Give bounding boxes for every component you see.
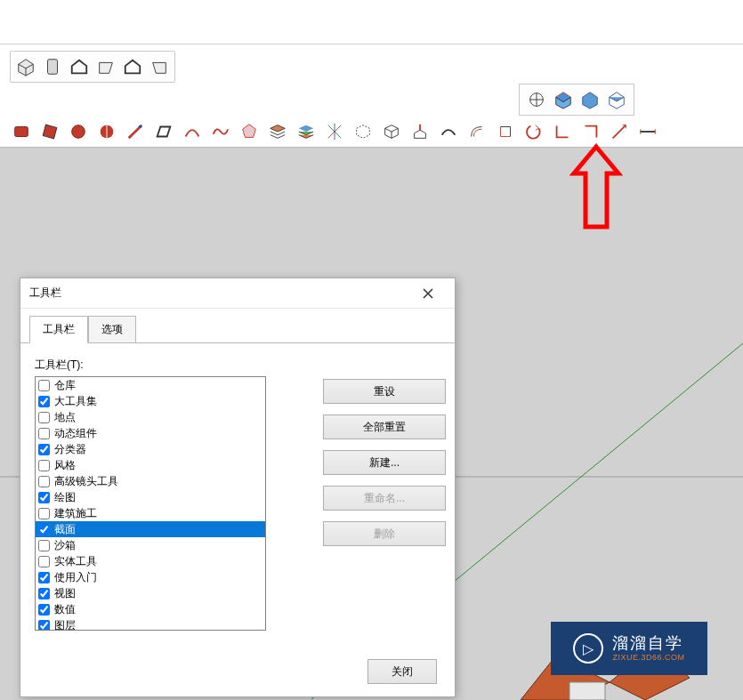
list-item[interactable]: 视图: [36, 585, 265, 601]
list-item-label: 截面: [54, 522, 76, 537]
offset-tool-icon[interactable]: [463, 117, 491, 146]
list-item[interactable]: 绘图: [36, 489, 265, 505]
section-plane-icon[interactable]: [523, 86, 550, 113]
list-item-checkbox[interactable]: [38, 492, 50, 503]
box-tool-icon[interactable]: [377, 117, 406, 146]
list-item-checkbox[interactable]: [38, 460, 50, 471]
polygon-tool-icon[interactable]: [235, 117, 263, 146]
tool-1-icon[interactable]: [7, 117, 36, 146]
list-item[interactable]: 使用入门: [36, 569, 265, 585]
list-item-checkbox[interactable]: [38, 444, 50, 455]
scale-tool-icon[interactable]: [605, 117, 634, 146]
close-icon[interactable]: [410, 281, 446, 306]
list-item[interactable]: 大工具集: [36, 393, 265, 409]
axes-tool-icon[interactable]: [320, 117, 349, 146]
list-item-checkbox[interactable]: [38, 476, 50, 487]
list-item-checkbox[interactable]: [38, 380, 50, 391]
delete-button: 删除: [323, 521, 446, 546]
list-item-checkbox[interactable]: [38, 604, 50, 616]
pushpull-tool-icon[interactable]: [406, 117, 434, 146]
corner-1-icon[interactable]: [548, 117, 577, 146]
tool-4-icon[interactable]: [93, 117, 121, 146]
watermark-main: 溜溜自学: [612, 634, 684, 654]
svg-rect-2: [15, 127, 28, 137]
toolbar-area: [0, 44, 743, 148]
rectangle-tool-icon[interactable]: [149, 117, 178, 146]
tool-3-icon[interactable]: [64, 117, 93, 146]
list-item-label: 建筑施工: [54, 506, 97, 521]
list-item-checkbox[interactable]: [38, 524, 50, 535]
views-toolbar: [10, 51, 175, 83]
list-item[interactable]: 截面: [36, 521, 265, 537]
list-item-checkbox[interactable]: [38, 620, 50, 632]
list-item[interactable]: 动态组件: [36, 425, 265, 441]
tool-2-icon[interactable]: [36, 117, 64, 146]
list-item-checkbox[interactable]: [38, 540, 50, 551]
list-item[interactable]: 实体工具: [36, 553, 265, 569]
follow-tool-icon[interactable]: [434, 117, 463, 146]
tab-toolbars[interactable]: 工具栏: [29, 316, 88, 343]
list-item[interactable]: 地点: [36, 409, 265, 425]
tab-options[interactable]: 选项: [88, 316, 136, 343]
tab-panel: 工具栏(T): 仓库大工具集地点动态组件分类器风格高级镜头工具绘图建筑施工截面沙…: [20, 342, 455, 672]
list-item[interactable]: 仓库: [36, 377, 265, 393]
section-fill-icon[interactable]: [603, 86, 630, 113]
list-item-checkbox[interactable]: [38, 428, 50, 439]
list-item-label: 动态组件: [54, 426, 97, 441]
section-cut-icon[interactable]: [577, 86, 603, 113]
rotate-tool-icon[interactable]: [520, 117, 548, 146]
list-item-label: 视图: [54, 586, 76, 601]
list-item-checkbox[interactable]: [38, 556, 50, 567]
new-button[interactable]: 新建...: [323, 450, 446, 475]
list-item-label: 高级镜头工具: [54, 474, 118, 489]
list-item-checkbox[interactable]: [38, 588, 50, 599]
large-toolset: [0, 116, 743, 148]
corner-2-icon[interactable]: [577, 117, 605, 146]
list-item-label: 使用入门: [54, 570, 97, 585]
list-item-checkbox[interactable]: [38, 508, 50, 519]
list-item[interactable]: 建筑施工: [36, 505, 265, 521]
list-item-checkbox[interactable]: [38, 572, 50, 583]
list-item-label: 地点: [54, 410, 76, 425]
watermark: ▷ 溜溜自学 ZIXUE.3D66.COM: [551, 622, 707, 675]
list-label: 工具栏(T):: [35, 358, 440, 373]
iso-view-icon[interactable]: [12, 53, 39, 80]
toolbars-listbox[interactable]: 仓库大工具集地点动态组件分类器风格高级镜头工具绘图建筑施工截面沙箱实体工具使用入…: [35, 376, 266, 631]
dialog-tabs: 工具栏 选项: [29, 316, 455, 343]
list-item[interactable]: 分类器: [36, 441, 265, 457]
list-item[interactable]: 风格: [36, 457, 265, 473]
list-item[interactable]: 图层: [36, 617, 265, 631]
list-item[interactable]: 数值: [36, 601, 265, 617]
dialog-titlebar[interactable]: 工具栏: [20, 278, 455, 309]
list-item-label: 数值: [54, 602, 76, 617]
list-item-label: 大工具集: [54, 394, 97, 409]
play-icon: ▷: [573, 633, 603, 664]
front-view-icon[interactable]: [66, 53, 93, 80]
list-item-label: 沙箱: [54, 538, 76, 553]
tape-tool-icon[interactable]: [634, 117, 662, 146]
reset-button[interactable]: 重设: [323, 379, 446, 404]
left-view-icon[interactable]: [146, 53, 173, 80]
svg-rect-10: [569, 682, 605, 700]
list-item-checkbox[interactable]: [38, 412, 50, 423]
svg-point-5: [139, 125, 142, 129]
list-item[interactable]: 沙箱: [36, 537, 265, 553]
list-item-checkbox[interactable]: [38, 396, 50, 407]
list-item[interactable]: 高级镜头工具: [36, 473, 265, 489]
watermark-sub: ZIXUE.3D66.COM: [612, 653, 684, 663]
line-tool-icon[interactable]: [121, 117, 149, 146]
arc-tool-icon[interactable]: [178, 117, 206, 146]
layers-icon[interactable]: [263, 117, 292, 146]
top-view-icon[interactable]: [39, 53, 66, 80]
move-tool-icon[interactable]: [491, 117, 520, 146]
svg-rect-0: [48, 60, 58, 75]
layers-color-icon[interactable]: [292, 117, 320, 146]
back-view-icon[interactable]: [119, 53, 146, 80]
reset-all-button[interactable]: 全部重置: [323, 414, 446, 439]
right-view-icon[interactable]: [93, 53, 119, 80]
outline-tool-icon[interactable]: [349, 117, 377, 146]
close-button[interactable]: 关闭: [367, 659, 437, 684]
section-display-icon[interactable]: [550, 86, 577, 113]
rename-button: 重命名...: [323, 486, 446, 511]
freehand-tool-icon[interactable]: [206, 117, 235, 146]
